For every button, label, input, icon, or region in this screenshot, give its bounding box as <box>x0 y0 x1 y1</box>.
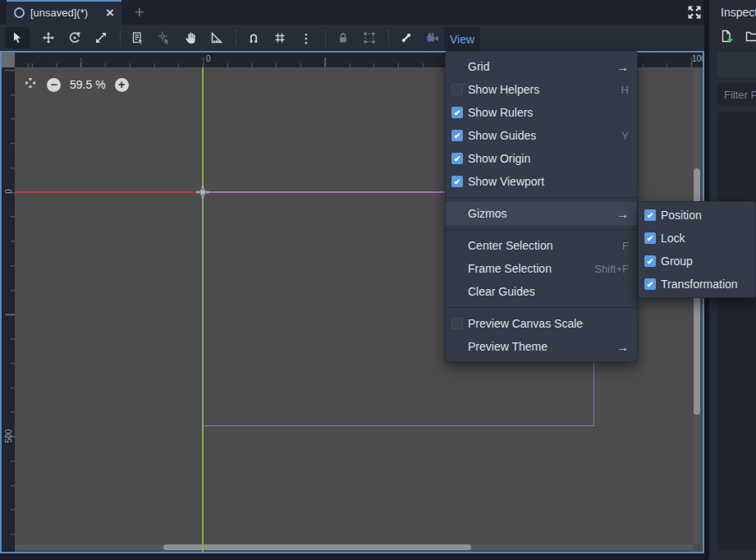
ruler-label: 1000 <box>692 54 703 63</box>
zoom-percent-label[interactable]: 59.5 % <box>70 78 106 91</box>
menu-item-show-guides[interactable]: ✔Show GuidesY <box>446 124 637 147</box>
checkbox-checked-icon: ✔ <box>451 107 463 118</box>
menu-item-position[interactable]: ✔Position <box>639 204 755 227</box>
menu-shortcut: H <box>621 84 629 96</box>
menu-item-label: Lock <box>661 232 685 245</box>
menu-item-spacer <box>451 286 463 297</box>
list-select-button[interactable] <box>126 27 150 48</box>
center-view-icon[interactable] <box>23 76 38 94</box>
group-button[interactable] <box>357 27 382 48</box>
select-tool-button[interactable] <box>5 27 30 48</box>
checkbox-checked-icon: ✔ <box>451 176 463 187</box>
skeleton-options-button[interactable] <box>420 27 445 48</box>
menu-item-show-helpers[interactable]: Show HelpersH <box>446 78 637 101</box>
viewport-left-edge <box>202 191 204 426</box>
menu-item-show-origin[interactable]: ✔Show Origin <box>446 147 637 170</box>
snap-options-button[interactable]: ⋮ <box>294 27 318 48</box>
menu-shortcut: Shift+F <box>594 263 629 275</box>
inspector-title: Inspector <box>721 6 756 19</box>
y-axis-line <box>202 67 204 191</box>
menu-item-gizmos[interactable]: Gizmos→ <box>446 202 637 225</box>
pivot-tool-button[interactable] <box>152 27 176 48</box>
checkbox-checked-icon: ✔ <box>644 232 656 244</box>
toolbar-separator <box>325 30 326 46</box>
menu-separator <box>446 193 637 202</box>
scale-tool-button[interactable] <box>89 27 113 48</box>
menu-item-group[interactable]: ✔Group <box>639 250 755 273</box>
rotate-tool-button[interactable] <box>62 27 87 48</box>
menu-item-spacer <box>451 341 463 352</box>
smart-snap-toggle[interactable] <box>241 27 266 48</box>
filter-properties-input[interactable] <box>717 83 756 106</box>
scene-tab-label: [unsaved](*) <box>30 7 88 19</box>
pan-tool-button[interactable] <box>178 27 203 48</box>
horizontal-scrollbar-thumb[interactable] <box>163 544 471 550</box>
menu-item-transformation[interactable]: ✔Transformation <box>639 273 755 296</box>
checkbox-checked-icon: ✔ <box>451 130 463 141</box>
canvas-toolbar: ⋮ View <box>0 25 704 51</box>
ruler-tool-button[interactable] <box>204 27 229 48</box>
checkbox-unchecked-icon <box>451 318 463 329</box>
inspector-empty-area <box>717 112 756 550</box>
ruler-corner <box>2 53 15 67</box>
toolbar-separator <box>388 30 389 46</box>
checkbox-unchecked-icon <box>451 84 463 95</box>
x-axis-line <box>15 191 203 193</box>
add-scene-tab-button[interactable]: + <box>128 0 151 25</box>
menu-item-label: Frame Selection <box>468 262 552 275</box>
expand-icon[interactable] <box>686 4 703 21</box>
inspector-node-selector[interactable] <box>717 53 756 77</box>
menu-item-center-selection[interactable]: Center SelectionF <box>446 234 637 257</box>
ruler-label: 500 <box>2 429 15 443</box>
bottom-strip <box>0 553 704 560</box>
menu-item-grid[interactable]: Grid→ <box>446 55 637 78</box>
ruler-label: 0 <box>206 54 211 63</box>
menu-item-label: Show Origin <box>468 152 530 165</box>
checkbox-checked-icon: ✔ <box>644 278 656 290</box>
zoom-in-button[interactable]: + <box>115 78 129 92</box>
menu-separator <box>446 303 637 312</box>
menu-separator <box>446 225 637 234</box>
inspector-toolbar <box>720 30 756 47</box>
menu-item-spacer <box>451 263 463 274</box>
zoom-out-button[interactable]: − <box>47 78 61 92</box>
menu-item-label: Preview Canvas Scale <box>468 317 583 330</box>
menu-item-label: Show Guides <box>468 129 536 142</box>
menu-item-clear-guides[interactable]: Clear Guides <box>446 280 637 303</box>
checkbox-checked-icon: ✔ <box>644 255 656 267</box>
menu-item-frame-selection[interactable]: Frame SelectionShift+F <box>446 257 637 280</box>
menu-item-preview-canvas-scale[interactable]: Preview Canvas Scale <box>446 312 637 335</box>
menu-item-label: Clear Guides <box>468 285 535 298</box>
new-resource-icon[interactable] <box>720 30 734 47</box>
menu-item-lock[interactable]: ✔Lock <box>639 227 755 250</box>
view-menu-popup: Grid→Show HelpersH✔Show Rulers✔Show Guid… <box>445 51 638 362</box>
menu-item-label: Group <box>661 255 693 268</box>
y-axis-line-lower <box>202 426 204 552</box>
zoom-controls: − 59.5 % + <box>23 76 129 94</box>
move-tool-button[interactable] <box>36 27 61 48</box>
ruler-major-ticks <box>5 67 15 552</box>
menu-item-label: Center Selection <box>468 239 553 252</box>
checkbox-checked-icon: ✔ <box>451 153 463 164</box>
menu-item-preview-theme[interactable]: Preview Theme→ <box>446 335 637 358</box>
menu-item-label: Grid <box>468 60 489 73</box>
vertical-ruler[interactable]: 0 500 <box>2 67 15 552</box>
menu-item-show-viewport[interactable]: ✔Show Viewport <box>446 170 637 193</box>
menu-item-show-rulers[interactable]: ✔Show Rulers <box>446 101 637 124</box>
menu-item-label: Show Viewport <box>468 175 544 188</box>
close-icon[interactable]: × <box>106 6 114 20</box>
ruler-label: 0 <box>2 185 15 198</box>
bone-button[interactable] <box>394 27 419 48</box>
gizmos-submenu-popup: ✔Position✔Lock✔Group✔Transformation <box>638 201 756 298</box>
view-menu-button[interactable]: View <box>444 27 480 51</box>
godot-editor-window: [unsaved](*) × + <box>0 0 756 560</box>
menu-item-spacer <box>451 240 463 251</box>
scene-tab-unsaved[interactable]: [unsaved](*) × <box>7 0 121 25</box>
scene-tab-bar: [unsaved](*) × + <box>0 0 704 25</box>
load-resource-folder-icon[interactable] <box>745 30 756 47</box>
menu-item-label: Show Rulers <box>468 106 533 119</box>
menu-item-label: Position <box>661 209 702 222</box>
lock-button[interactable] <box>331 27 355 48</box>
menu-item-label: Show Helpers <box>468 83 539 96</box>
grid-snap-toggle[interactable] <box>268 27 292 48</box>
